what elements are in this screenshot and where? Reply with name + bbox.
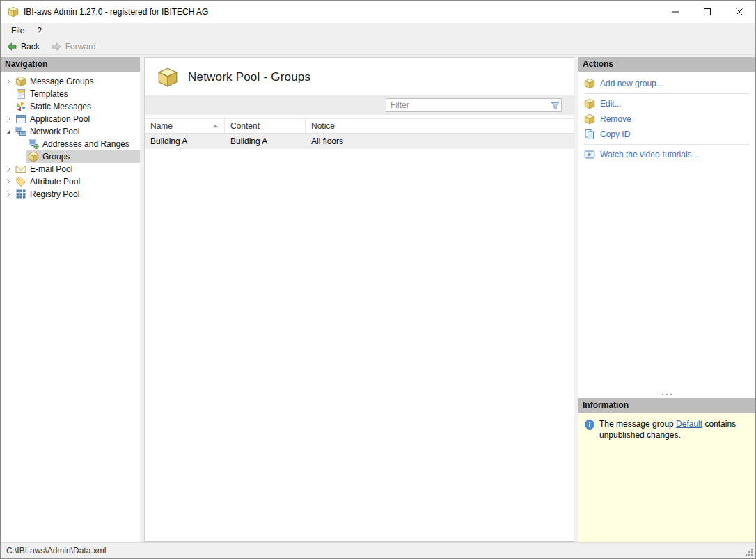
sidebar-item-email-pool[interactable]: E-mail Pool <box>1 163 140 175</box>
navigation-header: Navigation <box>1 57 140 72</box>
message-groups-icon <box>15 76 26 87</box>
chevron-right-icon[interactable] <box>3 113 14 125</box>
sidebar-item-message-groups[interactable]: Message Groups <box>1 75 140 88</box>
right-panel: Actions Add new group... Edit... Remove <box>578 57 755 542</box>
remove-button[interactable]: Remove <box>578 111 755 127</box>
copy-id-icon <box>584 129 595 140</box>
sort-ascending-icon <box>212 124 219 128</box>
chevron-right-icon[interactable] <box>3 176 14 187</box>
copy-id-button[interactable]: Copy ID <box>578 127 755 142</box>
network-pool-icon <box>15 126 26 137</box>
statusbar: C:\IBI-aws\Admin\Data.xml <box>1 542 755 558</box>
main-panel: Network Pool - Groups Name Content Notic… <box>144 57 574 542</box>
column-header-name[interactable]: Name <box>145 119 225 133</box>
application-pool-icon <box>15 113 26 125</box>
navigation-panel: Navigation Message Groups Templates Stat… <box>1 57 140 542</box>
templates-icon <box>15 88 26 100</box>
edit-button[interactable]: Edit... <box>578 96 755 111</box>
information-box: The message group Default contains unpub… <box>578 413 755 542</box>
sidebar-item-templates[interactable]: Templates <box>1 88 140 100</box>
edit-group-icon <box>584 98 595 109</box>
maximize-button[interactable] <box>691 1 723 23</box>
filter-field <box>386 98 562 112</box>
registry-pool-icon <box>15 189 26 200</box>
add-group-icon <box>584 78 595 89</box>
separator <box>584 93 750 94</box>
video-tutorials-link[interactable]: Watch the video-tutorials... <box>578 147 755 162</box>
sidebar-item-groups[interactable]: Groups <box>1 150 140 163</box>
titlebar: IBI-aws Admin 1.27.0 - registered for IB… <box>1 1 755 23</box>
page-title: Network Pool - Groups <box>188 70 310 84</box>
filter-bar <box>145 95 574 115</box>
sidebar-item-application-pool[interactable]: Application Pool <box>1 113 140 125</box>
default-group-link[interactable]: Default <box>676 419 702 429</box>
column-header-content[interactable]: Content <box>225 119 306 133</box>
table-row[interactable]: Building A Building A All floors <box>145 134 574 149</box>
video-tutorials-icon <box>584 149 595 160</box>
chevron-spacer <box>3 88 14 100</box>
menubar: File ? <box>1 23 755 38</box>
chevron-right-icon[interactable] <box>3 76 14 87</box>
add-new-group-button[interactable]: Add new group... <box>578 76 755 91</box>
forward-button[interactable]: Forward <box>51 41 96 52</box>
groups-page-icon <box>157 67 178 88</box>
sidebar-item-attribute-pool[interactable]: Attribute Pool <box>1 175 140 188</box>
menu-item-file[interactable]: File <box>5 23 31 38</box>
chevron-spacer <box>3 101 14 112</box>
table-header: Name Content Notice <box>145 118 574 134</box>
sidebar-item-static-messages[interactable]: Static Messages <box>1 100 140 113</box>
page-title-row: Network Pool - Groups <box>145 58 574 95</box>
chevron-right-icon[interactable] <box>3 164 14 175</box>
addresses-and-ranges-icon <box>28 139 39 150</box>
back-arrow-icon <box>6 41 17 52</box>
information-message: The message group Default contains unpub… <box>599 419 746 441</box>
window-controls <box>659 1 755 23</box>
minimize-button[interactable] <box>659 1 691 23</box>
back-button[interactable]: Back <box>6 41 40 52</box>
cell-notice: All floors <box>306 136 574 146</box>
filter-input[interactable] <box>386 100 549 110</box>
close-button[interactable] <box>723 1 755 23</box>
cell-content: Building A <box>225 136 306 146</box>
sidebar-item-registry-pool[interactable]: Registry Pool <box>1 188 140 200</box>
static-messages-icon <box>15 101 26 112</box>
window-title: IBI-aws Admin 1.27.0 - registered for IB… <box>24 7 208 17</box>
actions-header: Actions <box>578 57 755 72</box>
resize-grip[interactable] <box>745 548 754 557</box>
sidebar-item-network-pool[interactable]: Network Pool <box>1 125 140 138</box>
menu-item-help[interactable]: ? <box>31 23 48 38</box>
remove-group-icon <box>584 113 595 125</box>
app-logo-icon[interactable] <box>8 6 19 17</box>
chevron-down-icon[interactable] <box>3 126 14 137</box>
chevron-right-icon[interactable] <box>3 189 14 200</box>
app-window: IBI-aws Admin 1.27.0 - registered for IB… <box>0 0 756 559</box>
statusbar-path: C:\IBI-aws\Admin\Data.xml <box>6 546 106 556</box>
information-header: Information <box>578 398 755 413</box>
toolbar: Back Forward <box>1 38 755 55</box>
attribute-pool-icon <box>15 176 26 187</box>
chevron-spacer <box>15 139 26 150</box>
groups-icon <box>28 151 39 162</box>
actions-list: Add new group... Edit... Remove Copy ID <box>578 72 755 391</box>
forward-arrow-icon <box>51 41 62 52</box>
cell-name: Building A <box>145 136 225 146</box>
info-icon <box>584 419 595 430</box>
forward-label: Forward <box>65 42 96 52</box>
panel-splitter[interactable] <box>578 391 755 398</box>
content-area: Navigation Message Groups Templates Stat… <box>1 55 755 542</box>
email-pool-icon <box>15 164 26 175</box>
navigation-tree: Message Groups Templates Static Messages… <box>1 72 140 200</box>
separator <box>584 144 750 145</box>
chevron-spacer <box>15 151 26 162</box>
sidebar-item-addresses-and-ranges[interactable]: Addresses and Ranges <box>1 138 140 150</box>
back-label: Back <box>21 42 40 52</box>
column-header-notice[interactable]: Notice <box>306 119 574 133</box>
splitter-dots-icon <box>662 394 672 396</box>
filter-funnel-icon[interactable] <box>549 99 561 111</box>
